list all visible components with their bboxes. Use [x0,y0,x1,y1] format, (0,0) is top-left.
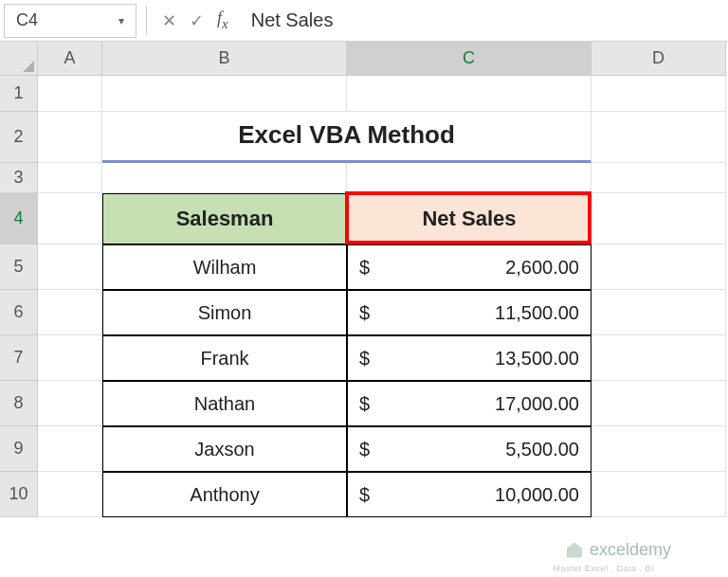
salesman-cell[interactable]: Simon [102,290,347,335]
currency-symbol: $ [359,348,370,370]
currency-symbol: $ [359,484,370,506]
formula-input[interactable]: Net Sales [238,4,728,38]
cell[interactable] [592,163,726,193]
netsales-cell[interactable]: $5,500.00 [347,426,592,472]
watermark: exceldemy [565,540,671,560]
grid-row: Excel VBA Method [38,112,728,163]
grid-row: SalesmanNet Sales [38,193,728,244]
left-column: 12345678910 [0,42,38,577]
cell[interactable] [592,381,726,426]
salesman-cell[interactable]: Nathan [102,381,347,426]
grid-row: Anthony$10,000.00 [38,472,728,517]
cell[interactable] [592,193,726,244]
row-header-6[interactable]: 6 [0,290,38,335]
cell[interactable] [38,112,102,163]
row-header-7[interactable]: 7 [0,335,38,381]
cell[interactable] [38,193,102,244]
grid-row: Frank$13,500.00 [38,335,728,381]
netsales-cell[interactable]: $2,600.00 [347,244,592,290]
row-header-10[interactable]: 10 [0,472,38,517]
row-header-9[interactable]: 9 [0,426,38,472]
currency-symbol: $ [359,439,370,460]
sales-value: 17,000.00 [495,393,579,415]
grid-row [38,163,728,193]
cell[interactable] [38,335,102,381]
cell[interactable] [592,112,726,163]
cell[interactable] [592,472,726,517]
name-box[interactable]: C4 ▾ [4,4,136,38]
formula-bar: C4 ▾ ✕ ✓ fx Net Sales [0,0,728,42]
name-box-value: C4 [16,10,38,30]
column-header-A[interactable]: A [38,42,102,76]
row-header-2[interactable]: 2 [0,112,38,163]
cell[interactable] [102,163,347,193]
sales-value: 13,500.00 [495,348,579,370]
sales-value: 11,500.00 [495,302,579,324]
cell[interactable] [102,76,347,112]
row-headers: 12345678910 [0,76,38,517]
sales-value: 5,500.00 [505,439,579,460]
sales-value: 10,000.00 [495,484,579,506]
cancel-icon[interactable]: ✕ [162,10,176,31]
cell[interactable] [592,426,726,472]
select-all-corner[interactable] [0,42,38,76]
netsales-cell[interactable]: $13,500.00 [347,335,592,381]
cell[interactable] [38,472,102,517]
watermark-text: exceldemy [590,540,671,560]
row-header-1[interactable]: 1 [0,76,38,112]
column-headers: ABCD [38,42,728,76]
row-header-8[interactable]: 8 [0,381,38,426]
cell[interactable] [592,335,726,381]
currency-symbol: $ [359,257,370,279]
currency-symbol: $ [359,302,370,324]
cell[interactable] [347,163,592,193]
column-header-C[interactable]: C [347,42,592,76]
cell[interactable] [38,244,102,290]
accept-icon[interactable]: ✓ [190,10,204,31]
grid-right: ABCD Excel VBA MethodSalesmanNet SalesWi… [38,42,728,577]
logo-icon [565,541,584,560]
title-cell[interactable]: Excel VBA Method [102,112,592,163]
cell[interactable] [592,290,726,335]
salesman-cell[interactable]: Anthony [102,472,347,517]
cell[interactable] [347,76,592,112]
salesman-cell[interactable]: Frank [102,335,347,381]
cell[interactable] [38,290,102,335]
grid-row [38,76,728,112]
sales-value: 2,600.00 [505,257,579,279]
row-header-4[interactable]: 4 [0,193,38,244]
fx-icon[interactable]: fx [217,9,228,32]
header-salesman[interactable]: Salesman [102,193,347,244]
row-header-5[interactable]: 5 [0,244,38,290]
row-header-3[interactable]: 3 [0,163,38,193]
cell[interactable] [38,163,102,193]
grid-body[interactable]: Excel VBA MethodSalesmanNet SalesWilham$… [38,76,728,517]
currency-symbol: $ [359,393,370,415]
salesman-cell[interactable]: Jaxson [102,426,347,472]
cell[interactable] [592,76,726,112]
netsales-cell[interactable]: $17,000.00 [347,381,592,426]
grid-row: Wilham$2,600.00 [38,244,728,290]
formula-bar-controls: ✕ ✓ fx [162,9,228,32]
watermark-sub: Master Excel . Data . BI [553,564,654,573]
formula-value: Net Sales [251,9,334,31]
cell[interactable] [38,381,102,426]
netsales-cell[interactable]: $11,500.00 [347,290,592,335]
chevron-down-icon[interactable]: ▾ [118,14,124,27]
cell[interactable] [38,76,102,112]
grid-row: Simon$11,500.00 [38,290,728,335]
divider [146,7,147,35]
cell[interactable] [592,244,726,290]
salesman-cell[interactable]: Wilham [102,244,347,290]
column-header-D[interactable]: D [592,42,726,76]
header-netsales[interactable]: Net Sales [347,193,592,244]
sheet: 12345678910 ABCD Excel VBA MethodSalesma… [0,42,728,577]
grid-row: Nathan$17,000.00 [38,381,728,426]
grid-row: Jaxson$5,500.00 [38,426,728,472]
column-header-B[interactable]: B [102,42,347,76]
netsales-cell[interactable]: $10,000.00 [347,472,592,517]
cell[interactable] [38,426,102,472]
